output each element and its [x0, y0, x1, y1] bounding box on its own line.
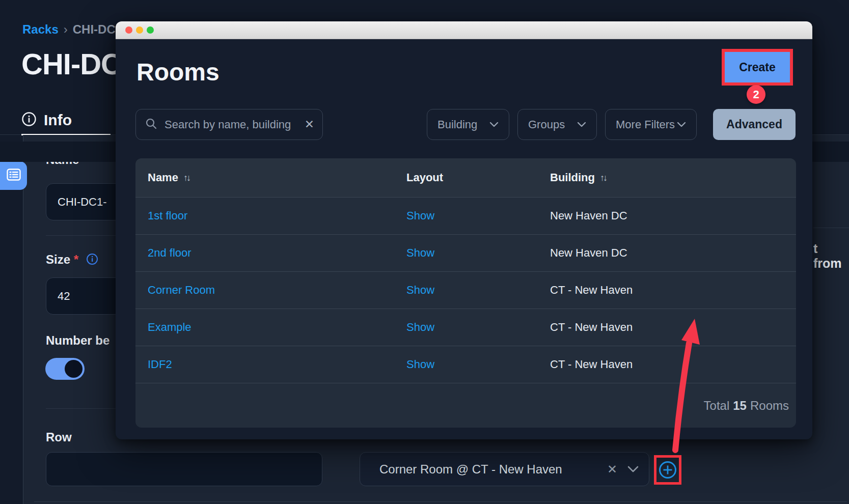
right-text-fragment: t from	[813, 241, 849, 271]
room-name-link[interactable]: IDF2	[148, 358, 172, 371]
modal-title: Rooms	[136, 58, 220, 86]
number-field-label: Number be	[46, 333, 109, 348]
clear-selection-icon[interactable]: ✕	[600, 462, 624, 477]
breadcrumb-current: CHI-DC	[73, 22, 116, 36]
sort-icon: ↑↓	[600, 173, 606, 183]
building-cell: CT - New Haven	[550, 358, 633, 371]
table-footer: Total15Rooms	[135, 383, 796, 428]
number-toggle[interactable]	[45, 358, 85, 380]
chevron-down-icon	[577, 120, 586, 129]
list-icon	[7, 169, 21, 183]
sort-icon: ↑↓	[183, 173, 189, 183]
filter-building[interactable]: Building	[427, 109, 509, 140]
building-cell: CT - New Haven	[550, 284, 633, 297]
room-select[interactable]: Corner Room @ CT - New Haven ✕	[360, 452, 649, 486]
table-row: IDF2 Show CT - New Haven	[135, 346, 796, 383]
room-name-link[interactable]: 2nd floor	[148, 246, 191, 260]
search-input[interactable]: Search by name, building ✕	[135, 109, 323, 140]
room-name-link[interactable]: Example	[148, 321, 191, 334]
layout-show-link[interactable]: Show	[406, 358, 434, 371]
chevron-down-icon[interactable]	[624, 466, 649, 472]
table-row: 1st floor Show New Haven DC	[135, 197, 796, 234]
layout-show-link[interactable]: Show	[406, 246, 434, 260]
create-annotation-box: Create	[722, 49, 793, 86]
tab-info-label: Info	[44, 111, 72, 129]
table-row: 2nd floor Show New Haven DC	[135, 234, 796, 271]
minimize-button[interactable]	[136, 26, 143, 34]
info-icon	[21, 111, 37, 129]
table-row: Example Show CT - New Haven	[135, 309, 796, 346]
table-header: Name↑↓ Layout Building↑↓	[135, 158, 796, 197]
advanced-button[interactable]: Advanced	[713, 109, 796, 140]
building-cell: New Haven DC	[550, 246, 627, 260]
layout-show-link[interactable]: Show	[406, 321, 434, 334]
modal-titlebar[interactable]	[116, 21, 812, 39]
search-placeholder: Search by name, building	[157, 118, 305, 131]
table-row: Corner Room Show CT - New Haven	[135, 271, 796, 309]
building-cell: New Haven DC	[550, 209, 627, 222]
breadcrumb: Racks›CHI-DC	[22, 22, 116, 37]
filter-more-filters[interactable]: More Filters	[605, 109, 697, 140]
create-button[interactable]: Create	[725, 52, 790, 82]
clear-search-icon[interactable]: ✕	[305, 118, 314, 131]
size-field-label: Size *	[46, 253, 98, 268]
section-divider	[34, 501, 847, 502]
toggle-knob	[65, 360, 83, 378]
row-field[interactable]	[46, 452, 322, 486]
total-count: 15	[729, 399, 750, 413]
sidebar-flyout-tab[interactable]	[0, 161, 27, 190]
add-room-button[interactable]	[658, 460, 677, 480]
close-button[interactable]	[125, 26, 132, 34]
required-asterisk: *	[74, 253, 78, 266]
page-title: CHI-DC	[21, 47, 122, 81]
tab-info[interactable]: Info	[21, 106, 72, 134]
building-cell: CT - New Haven	[550, 321, 633, 334]
column-header-name[interactable]: Name↑↓	[148, 171, 189, 184]
search-icon	[145, 118, 157, 132]
column-header-layout: Layout	[406, 171, 443, 184]
chevron-down-icon	[677, 120, 686, 129]
add-room-annotation-box	[654, 455, 681, 485]
room-select-value: Corner Room @ CT - New Haven	[360, 462, 600, 477]
filter-groups[interactable]: Groups	[517, 109, 597, 140]
row-field-label: Row	[46, 430, 72, 444]
room-name-link[interactable]: 1st floor	[148, 209, 187, 222]
breadcrumb-separator: ›	[59, 22, 73, 36]
right-divider-fragment	[813, 228, 849, 228]
zoom-button[interactable]	[147, 26, 154, 34]
layout-show-link[interactable]: Show	[406, 209, 434, 222]
rooms-modal: Rooms Create 2 Search by name, building …	[116, 21, 812, 439]
room-name-link[interactable]: Corner Room	[148, 284, 215, 297]
column-header-building[interactable]: Building↑↓	[550, 171, 606, 184]
chevron-down-icon	[489, 120, 499, 129]
rooms-table: Name↑↓ Layout Building↑↓ 1st floor Show …	[135, 158, 796, 428]
breadcrumb-racks-link[interactable]: Racks	[22, 22, 59, 36]
size-info-icon[interactable]	[82, 253, 98, 268]
layout-show-link[interactable]: Show	[406, 284, 434, 297]
step-2-badge: 2	[747, 85, 765, 104]
